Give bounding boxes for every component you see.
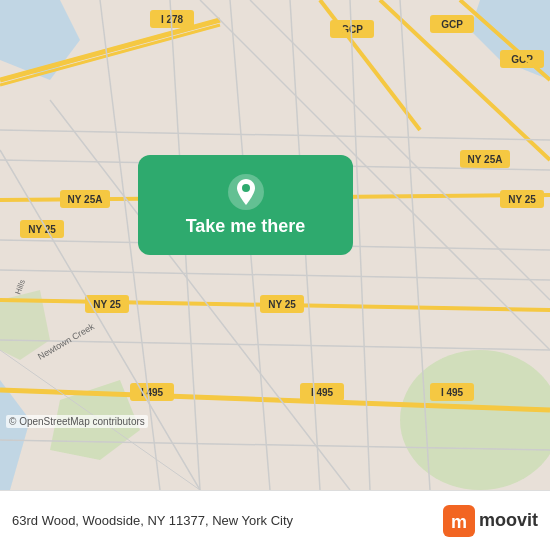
- take-me-there-label: Take me there: [186, 216, 306, 237]
- svg-text:NY 25A: NY 25A: [468, 154, 503, 165]
- svg-text:NY 25: NY 25: [28, 224, 56, 235]
- moovit-logo: m moovit: [443, 505, 538, 537]
- location-pin-icon: [228, 174, 264, 210]
- svg-text:m: m: [451, 512, 467, 532]
- svg-text:GCP: GCP: [441, 19, 463, 30]
- svg-text:NY 25: NY 25: [268, 299, 296, 310]
- moovit-icon: m: [443, 505, 475, 537]
- svg-text:NY 25: NY 25: [508, 194, 536, 205]
- svg-text:I 495: I 495: [441, 387, 464, 398]
- svg-text:NY 25A: NY 25A: [68, 194, 103, 205]
- moovit-text: moovit: [479, 510, 538, 531]
- map-container: I 278 I 495 I 495 I 495 NY 25 NY 25 NY 2…: [0, 0, 550, 490]
- svg-text:I 278: I 278: [161, 14, 184, 25]
- svg-point-63: [242, 184, 250, 192]
- take-me-there-button[interactable]: Take me there: [138, 155, 353, 255]
- address-text: 63rd Wood, Woodside, NY 11377, New York …: [12, 513, 293, 528]
- bottom-bar: 63rd Wood, Woodside, NY 11377, New York …: [0, 490, 550, 550]
- osm-credit: © OpenStreetMap contributors: [6, 415, 148, 428]
- svg-text:NY 25: NY 25: [93, 299, 121, 310]
